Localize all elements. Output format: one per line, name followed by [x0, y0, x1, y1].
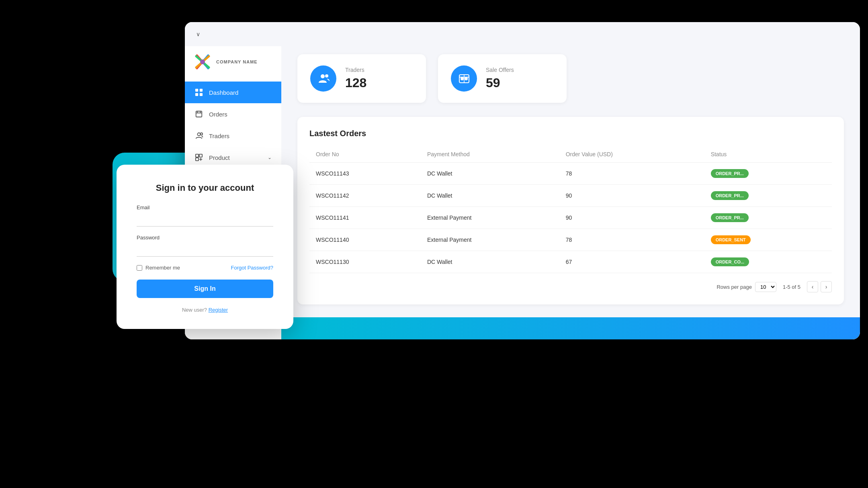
- svg-point-15: [461, 77, 464, 80]
- svg-point-6: [197, 133, 200, 136]
- order-no-cell: WSCO11142: [309, 185, 421, 207]
- svg-point-0: [200, 59, 205, 64]
- status-cell: ORDER_PR...: [704, 207, 832, 229]
- svg-rect-2: [200, 89, 203, 92]
- table-row: WSCO11142 DC Wallet 90 ORDER_PR...: [309, 185, 832, 207]
- password-input[interactable]: [137, 243, 273, 257]
- order-no-cell: WSCO11130: [309, 251, 421, 273]
- order-value-cell: 67: [559, 251, 704, 273]
- svg-rect-10: [196, 158, 199, 161]
- status-cell: ORDER_CO...: [704, 251, 832, 273]
- order-value-cell: 90: [559, 207, 704, 229]
- window-titlebar: ∨: [185, 22, 860, 46]
- status-badge: ORDER_PR...: [711, 213, 749, 222]
- svg-rect-1: [195, 89, 198, 92]
- payment-method-cell: DC Wallet: [421, 163, 559, 185]
- sidebar-item-traders-label: Traders: [209, 133, 229, 139]
- payment-method-cell: External Payment: [421, 229, 559, 251]
- sidebar-item-dashboard[interactable]: Dashboard: [185, 82, 281, 103]
- remember-me-checkbox[interactable]: [137, 265, 142, 271]
- table-row: WSCO11140 External Payment 78 ORDER_SENT: [309, 229, 832, 251]
- rows-per-page-select[interactable]: 10 25 50: [755, 282, 776, 292]
- order-no-cell: WSCO11140: [309, 229, 421, 251]
- payment-method-cell: DC Wallet: [421, 251, 559, 273]
- new-user-row: New user? Register: [137, 307, 273, 313]
- email-form-group: Email: [137, 204, 273, 227]
- order-no-cell: WSCO11143: [309, 163, 421, 185]
- remember-me-group: Remember me: [137, 265, 180, 271]
- email-input[interactable]: [137, 213, 273, 227]
- orders-table: Order No Payment Method Order Value (USD…: [309, 146, 832, 273]
- order-value-cell: 78: [559, 229, 704, 251]
- password-form-group: Password: [137, 235, 273, 257]
- pagination-info: 1-5 of 5: [783, 284, 800, 290]
- col-order-no: Order No: [309, 146, 421, 163]
- traders-stat-icon: [310, 65, 336, 92]
- svg-rect-5: [196, 111, 202, 117]
- sale-offers-stat-info: Sale Offers 59: [486, 67, 514, 90]
- order-value-cell: 78: [559, 163, 704, 185]
- pagination-nav: ‹ ›: [807, 281, 832, 292]
- traders-stat-card: Traders 128: [297, 54, 426, 103]
- product-chevron-icon: ⌄: [268, 155, 272, 160]
- sidebar-logo: COMPANY NAME: [185, 46, 281, 82]
- col-status: Status: [704, 146, 832, 163]
- sale-offers-stat-value: 59: [486, 76, 514, 90]
- traders-stat-label: Traders: [345, 67, 366, 73]
- orders-icon: [194, 110, 203, 118]
- status-badge: ORDER_PR...: [711, 169, 749, 178]
- order-value-cell: 90: [559, 185, 704, 207]
- signin-modal: Sign in to your account Email Password R…: [117, 165, 293, 329]
- pagination-row: Rows per page 10 25 50 1-5 of 5 ‹ ›: [309, 281, 832, 292]
- sale-offers-stat-icon: [451, 65, 477, 92]
- col-order-value: Order Value (USD): [559, 146, 704, 163]
- window-chevron-icon[interactable]: ∨: [196, 31, 200, 37]
- table-row: WSCO11130 DC Wallet 67 ORDER_CO...: [309, 251, 832, 273]
- product-icon: [194, 153, 203, 162]
- pagination-prev-button[interactable]: ‹: [807, 281, 818, 292]
- svg-point-13: [325, 74, 328, 78]
- sale-offers-stat-card: Sale Offers 59: [438, 54, 567, 103]
- traders-stat-info: Traders 128: [345, 67, 366, 90]
- sidebar-item-dashboard-label: Dashboard: [209, 89, 238, 96]
- register-link[interactable]: Register: [209, 307, 228, 313]
- pagination-next-button[interactable]: ›: [821, 281, 832, 292]
- stats-row: Traders 128 Sale Offers 59: [297, 54, 844, 103]
- status-badge: ORDER_PR...: [711, 191, 749, 200]
- status-badge: ORDER_SENT: [711, 235, 751, 244]
- new-user-text: New user?: [182, 307, 207, 313]
- orders-table-body: WSCO11143 DC Wallet 78 ORDER_PR... WSCO1…: [309, 163, 832, 273]
- orders-section: Lastest Orders Order No Payment Method O…: [297, 117, 844, 304]
- status-badge: ORDER_CO...: [711, 257, 749, 266]
- main-content: Traders 128 Sale Offers 59: [281, 22, 860, 339]
- email-label: Email: [137, 204, 273, 210]
- sidebar-item-orders-label: Orders: [209, 111, 227, 118]
- signin-title: Sign in to your account: [137, 183, 273, 193]
- company-logo-icon: [193, 52, 212, 71]
- forgot-password-link[interactable]: Forgot Password?: [231, 265, 274, 271]
- bottom-bar-decoration: [281, 317, 860, 339]
- status-cell: ORDER_SENT: [704, 229, 832, 251]
- table-row: WSCO11143 DC Wallet 78 ORDER_PR...: [309, 163, 832, 185]
- form-options-row: Remember me Forgot Password?: [137, 265, 273, 271]
- company-name-label: COMPANY NAME: [216, 59, 258, 64]
- svg-point-7: [201, 133, 203, 135]
- rows-per-page-label: Rows per page: [717, 284, 751, 290]
- signin-button[interactable]: Sign In: [137, 280, 273, 298]
- svg-point-12: [321, 74, 325, 78]
- password-label: Password: [137, 235, 273, 241]
- traders-icon: [194, 131, 203, 140]
- sidebar-item-orders[interactable]: Orders: [185, 103, 281, 125]
- rows-per-page-control: Rows per page 10 25 50: [717, 282, 776, 292]
- sidebar-item-traders[interactable]: Traders: [185, 125, 281, 147]
- col-payment-method: Payment Method: [421, 146, 559, 163]
- order-no-cell: WSCO11141: [309, 207, 421, 229]
- sale-offers-stat-label: Sale Offers: [486, 67, 514, 73]
- status-cell: ORDER_PR...: [704, 163, 832, 185]
- dashboard-icon: [194, 88, 203, 97]
- orders-table-header: Order No Payment Method Order Value (USD…: [309, 146, 832, 163]
- svg-rect-9: [199, 154, 202, 157]
- svg-rect-4: [200, 93, 203, 96]
- svg-rect-3: [195, 93, 198, 96]
- svg-rect-8: [196, 154, 199, 157]
